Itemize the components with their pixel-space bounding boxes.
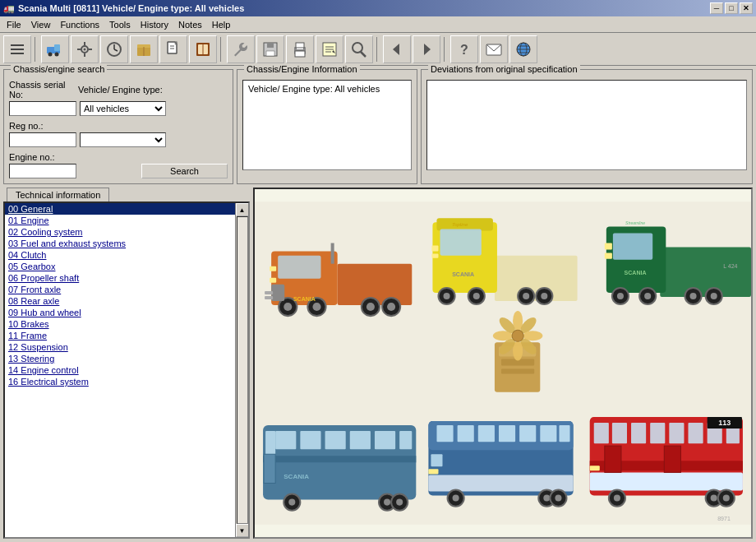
toolbar-btn-vehicles[interactable] — [41, 35, 69, 63]
toolbar-btn-clock[interactable] — [100, 35, 128, 63]
toolbar-btn-wrench[interactable] — [227, 35, 255, 63]
svg-rect-118 — [399, 431, 412, 449]
tech-list-item[interactable]: 07 Front axle — [5, 284, 235, 295]
chassis-search-legend: Chassis/engine search — [11, 64, 107, 74]
toolbar-btn-help[interactable]: ? — [450, 35, 478, 63]
menu-view[interactable]: View — [26, 18, 56, 31]
toolbar-btn-save[interactable] — [256, 35, 284, 63]
svg-line-15 — [114, 49, 118, 51]
svg-point-4 — [48, 52, 53, 56]
svg-rect-98 — [605, 243, 612, 250]
svg-rect-60 — [271, 285, 284, 301]
tech-list-item[interactable]: 03 Fuel and exhaust systems — [5, 238, 235, 249]
reg-no-input[interactable] — [9, 132, 76, 147]
chassis-search-panel: Chassis/engine search Chassis serial No:… — [3, 69, 233, 184]
scroll-up-button[interactable]: ▲ — [236, 203, 249, 216]
svg-text:SCANIA: SCANIA — [625, 270, 647, 276]
menu-functions[interactable]: Functions — [55, 18, 104, 31]
menu-history[interactable]: History — [136, 18, 173, 31]
svg-text:113: 113 — [718, 419, 731, 427]
tech-list-item[interactable]: 00 General — [5, 203, 235, 215]
svg-point-74 — [444, 293, 450, 299]
svg-rect-138 — [431, 454, 442, 466]
svg-rect-135 — [519, 425, 536, 442]
svg-rect-137 — [559, 425, 569, 442]
chassis-serial-input[interactable] — [9, 101, 76, 116]
svg-rect-30 — [296, 43, 304, 48]
svg-point-94 — [690, 293, 697, 299]
toolbar-btn-search[interactable] — [345, 35, 373, 63]
svg-point-111 — [512, 330, 523, 341]
menu-help[interactable]: Help — [207, 18, 236, 31]
toolbar-btn-print[interactable] — [286, 35, 314, 63]
svg-rect-120 — [263, 456, 416, 462]
svg-rect-51 — [278, 256, 320, 279]
toolbar-btn-box[interactable] — [130, 35, 158, 63]
tech-list-item[interactable]: 12 Suspension — [5, 341, 235, 353]
toolbar-btn-forward[interactable] — [413, 35, 440, 63]
svg-rect-0 — [11, 44, 24, 46]
tech-list-item[interactable]: 13 Steering — [5, 353, 235, 364]
svg-rect-136 — [540, 425, 556, 442]
engine-no-input[interactable] — [9, 164, 76, 178]
search-button[interactable]: Search — [141, 164, 228, 178]
toolbar-btn-back[interactable] — [383, 35, 411, 63]
svg-text:L 424: L 424 — [723, 263, 737, 269]
scroll-track[interactable] — [237, 216, 248, 524]
toolbar-btn-book[interactable] — [189, 35, 217, 63]
svg-rect-81 — [431, 254, 438, 258]
menu-notes[interactable]: Notes — [173, 18, 207, 31]
svg-rect-27 — [267, 43, 274, 48]
tech-list-item[interactable]: 08 Rear axle — [5, 295, 235, 307]
tech-list-item[interactable]: 02 Cooling system — [5, 226, 235, 238]
scroll-down-button[interactable]: ▼ — [236, 524, 249, 537]
toolbar-separator-2 — [220, 37, 224, 62]
maximize-button[interactable]: □ — [725, 2, 738, 14]
toolbar-btn-email[interactable] — [480, 35, 508, 63]
tech-list-item[interactable]: 10 Brakes — [5, 318, 235, 330]
svg-rect-65 — [265, 291, 273, 294]
menu-file[interactable]: File — [2, 18, 26, 31]
tech-list-item[interactable]: 05 Gearbox — [5, 261, 235, 272]
toolbar-btn-note[interactable] — [316, 35, 343, 63]
svg-rect-64 — [331, 243, 334, 264]
svg-point-53 — [284, 303, 292, 311]
svg-point-57 — [366, 303, 375, 311]
tech-tab-area: Technical information 00 General01 Engin… — [3, 188, 250, 539]
tech-list-item[interactable]: 06 Propeller shaft — [5, 272, 235, 284]
tech-info-tab[interactable]: Technical information — [7, 188, 109, 202]
chassis-info-legend: Chassis/Engine Information — [244, 64, 360, 74]
menu-tools[interactable]: Tools — [104, 18, 136, 31]
tech-list-item[interactable]: 16 Electrical system — [5, 376, 235, 387]
tech-list-item[interactable]: 11 Frame — [5, 330, 235, 341]
svg-point-78 — [523, 293, 529, 299]
svg-point-5 — [55, 52, 59, 56]
svg-text:Streamline: Streamline — [625, 220, 645, 225]
tech-section: Technical information 00 General01 Engin… — [3, 188, 753, 539]
reg-no-select[interactable] — [80, 132, 166, 147]
search-panels-row: Chassis/engine search Chassis serial No:… — [3, 69, 753, 184]
toolbar-btn-globe[interactable] — [509, 35, 537, 63]
tech-list-item[interactable]: 04 Clutch — [5, 249, 235, 261]
toolbar-btn-settings[interactable] — [71, 35, 99, 63]
svg-rect-119 — [265, 431, 275, 456]
svg-point-90 — [617, 293, 624, 299]
vehicle-type-select[interactable]: All vehicles — [80, 101, 166, 116]
tech-list-item[interactable]: 09 Hub and wheel — [5, 307, 235, 318]
toolbar-btn-doc[interactable] — [159, 35, 187, 63]
svg-rect-62 — [270, 278, 276, 283]
svg-point-123 — [288, 499, 295, 506]
svg-rect-32 — [297, 48, 303, 49]
scrollbar[interactable]: ▲ ▼ — [235, 203, 248, 537]
minimize-button[interactable]: ─ — [710, 2, 723, 14]
svg-point-8 — [84, 48, 86, 50]
close-button[interactable]: ✕ — [740, 2, 753, 14]
svg-point-55 — [312, 303, 320, 311]
tech-list-item[interactable]: 14 Engine control — [5, 364, 235, 376]
svg-rect-132 — [458, 425, 474, 442]
vehicle-images-panel: SCANIA — [253, 188, 753, 539]
tech-list-item[interactable]: 01 Engine — [5, 215, 235, 226]
svg-rect-31 — [295, 51, 305, 57]
toolbar-btn-1[interactable] — [3, 35, 31, 63]
svg-rect-113 — [275, 431, 296, 449]
